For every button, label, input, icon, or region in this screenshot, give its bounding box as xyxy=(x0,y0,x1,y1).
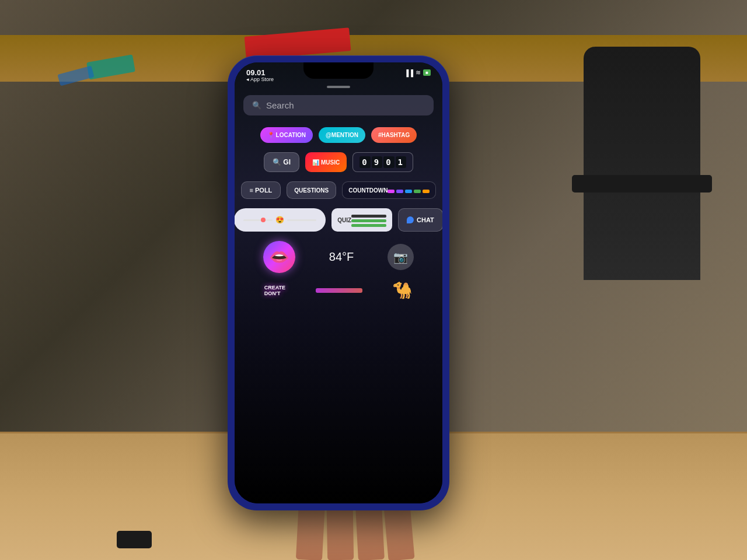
time-digit-2: 9 xyxy=(372,156,382,168)
notch xyxy=(303,62,374,79)
signal-icon: ▐▐ xyxy=(404,69,414,76)
wrist-watch xyxy=(117,531,152,548)
panel-handle xyxy=(327,86,350,88)
search-bar[interactable]: 🔍 Search xyxy=(243,95,434,116)
sticker-row-2: 🔍 GI 📊 MUSIC 0901 xyxy=(264,152,413,172)
hashtag-sticker[interactable]: #HASHTAG xyxy=(371,127,417,143)
lips-sticker[interactable]: 👄 xyxy=(263,241,295,273)
slider-line-2 xyxy=(287,219,316,221)
time-sticker[interactable]: 0901 xyxy=(352,152,413,172)
create-dont-label: CREATEDON'T xyxy=(264,285,285,296)
quiz-sticker[interactable]: QUIZ xyxy=(331,208,392,232)
music-bars-icon: 📊 xyxy=(312,159,319,166)
slider-dot xyxy=(261,218,266,222)
questions-sticker[interactable]: QUESTIONS xyxy=(287,181,336,199)
battery-icon: ■ xyxy=(423,69,431,76)
status-source: ◂ App Store xyxy=(246,76,274,82)
status-time: 09.01 xyxy=(246,68,266,77)
quiz-bar-3 xyxy=(351,224,386,227)
quiz-bar-2 xyxy=(351,219,386,222)
status-icons: ▐▐ ≋ ■ xyxy=(404,69,431,76)
countdown-bar-1 xyxy=(388,190,395,193)
countdown-bars xyxy=(388,190,430,193)
search-icon: 🔍 xyxy=(252,101,261,110)
phone-screen: 09.01 ◂ App Store ▐▐ ≋ ■ 🔍 xyxy=(235,62,442,503)
scene: 09.01 ◂ App Store ▐▐ ≋ ■ 🔍 xyxy=(0,0,747,560)
chat-bubble-icon xyxy=(407,216,414,223)
sticker-row-4: 😍 QUIZ C xyxy=(235,208,442,232)
countdown-bar-2 xyxy=(396,190,403,193)
poll-sticker[interactable]: ≡ POLL xyxy=(241,181,281,199)
sticker-row-1: 📍 LOCATION @MENTION #HASHTAG xyxy=(260,127,417,143)
time-digit-1: 0 xyxy=(359,156,370,168)
time-digit-3: 0 xyxy=(383,156,394,168)
countdown-sticker[interactable]: COUNTDOWN xyxy=(342,181,436,199)
quiz-bars xyxy=(351,215,386,227)
countdown-bar-3 xyxy=(405,190,412,193)
wordmark xyxy=(316,288,362,293)
temperature-sticker[interactable]: 84°F xyxy=(329,250,354,264)
slider-emoji: 😍 xyxy=(275,216,284,224)
chat-label: CHAT xyxy=(417,216,434,223)
gif-sticker[interactable]: 🔍 GI xyxy=(264,152,299,172)
chair-arm xyxy=(572,175,712,192)
sticker-row-3: ≡ POLL QUESTIONS COUNTDOWN xyxy=(241,181,437,199)
quiz-label: QUIZ xyxy=(337,217,351,223)
quiz-bar-1 xyxy=(351,215,386,218)
camel-icon: 🐪 xyxy=(392,281,413,300)
music-sticker[interactable]: 📊 MUSIC xyxy=(305,152,347,172)
phone-case: 09.01 ◂ App Store ▐▐ ≋ ■ 🔍 xyxy=(228,55,449,510)
camera-sticker[interactable]: 📷 xyxy=(388,244,414,270)
emoji-slider-sticker[interactable]: 😍 xyxy=(235,208,326,232)
camera-icon: 📷 xyxy=(393,250,408,264)
slider-line xyxy=(243,219,273,221)
time-digit-4: 1 xyxy=(396,156,406,168)
bottom-stickers-row: 👄 84°F 📷 xyxy=(243,241,434,273)
chat-sticker[interactable]: CHAT xyxy=(398,208,442,232)
mention-sticker[interactable]: @MENTION xyxy=(319,127,365,143)
wifi-icon: ≋ xyxy=(416,69,421,76)
countdown-bar-5 xyxy=(423,190,430,193)
search-placeholder: Search xyxy=(266,100,294,110)
chair-back xyxy=(584,47,700,280)
countdown-label: COUNTDOWN xyxy=(348,187,388,194)
location-sticker[interactable]: 📍 LOCATION xyxy=(260,127,313,143)
bottom-bar: CREATEDON'T 🐪 xyxy=(243,278,434,303)
phone: 09.01 ◂ App Store ▐▐ ≋ ■ 🔍 xyxy=(228,55,449,510)
countdown-bar-4 xyxy=(414,190,421,193)
sticker-panel: 🔍 Search 📍 LOCATION @MENTION #HASHTAG xyxy=(235,86,442,503)
